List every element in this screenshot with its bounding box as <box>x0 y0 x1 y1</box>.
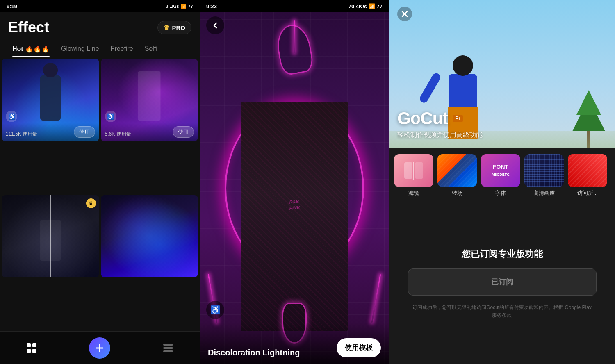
use-btn-1[interactable]: 使用 <box>74 126 95 138</box>
svg-rect-1 <box>32 343 36 347</box>
feature-icons-row: 滤镜 转场 FONTABCDEFG 字体 <box>389 148 615 203</box>
feature-box-quality <box>524 154 564 187</box>
mirror-label: 滤镜 <box>408 189 419 197</box>
crown-icon: ♛ <box>164 24 169 32</box>
battery-1: 77 <box>188 4 193 9</box>
panel-effect: 9:19 3.1K/s 📶 77 Effect ♛ PRO Hot 🔥🔥🔥 Gl… <box>0 0 200 364</box>
subscribed-title: 您已订阅专业版功能 <box>462 248 543 260</box>
font-label: 字体 <box>495 189 506 197</box>
svg-rect-2 <box>27 349 31 353</box>
feature-item-transition[interactable]: 转场 <box>437 154 477 197</box>
status-icons-1: 3.1K/s 📶 77 <box>166 4 193 9</box>
effect-title: Effect <box>8 19 49 36</box>
grid-item-1[interactable]: ♿ 111.5K 使用量 使用 <box>2 59 99 141</box>
panel-preview: 9:23 70.4K/s 📶 77 R&BPINK <box>200 0 389 364</box>
gocut-logo-area: GoCut Pr 轻松制作视频并使用高级功能 <box>397 109 483 139</box>
grid-item-3[interactable]: ♛ <box>2 195 99 277</box>
effect-header: Effect ♛ PRO <box>0 12 200 41</box>
access-icon <box>568 154 607 187</box>
svg-rect-0 <box>27 343 31 347</box>
network-speed-2: 70.4K/s <box>348 3 367 9</box>
back-button[interactable] <box>206 16 224 34</box>
font-icon: FONTABCDEFG <box>481 154 520 187</box>
nav-layers-icon[interactable] <box>162 342 174 354</box>
effects-grid: ♿ 111.5K 使用量 使用 ♿ 5.6K 使用量 使用 <box>0 57 200 331</box>
transition-icon <box>437 154 477 187</box>
quality-label: 高清画质 <box>533 189 555 197</box>
feature-box-font: FONTABCDEFG <box>481 154 520 187</box>
feature-item-font[interactable]: FONTABCDEFG 字体 <box>481 154 520 197</box>
network-speed-1: 3.1K/s <box>166 4 179 9</box>
quality-icon <box>524 154 564 187</box>
gocut-logo-text: GoCut <box>397 109 448 128</box>
preview-person: R&BPINK <box>241 102 348 331</box>
signal-icon-2: 📶 <box>369 3 375 9</box>
grid-item-4[interactable] <box>101 195 198 277</box>
accessibility-icon-1: ♿ <box>6 111 17 122</box>
svg-rect-5 <box>163 347 173 349</box>
tab-glowing[interactable]: Glowing Line <box>55 41 105 57</box>
item-count-2: 5.6K 使用量 <box>105 131 131 138</box>
tabs-row: Hot 🔥🔥🔥 Glowing Line Freefire Selfi <box>0 41 200 57</box>
crown-badge-3: ♛ <box>86 198 96 208</box>
subscribed-description: 订阅成功后，您可以无限制地访问Gocut的所有付费功能和内容。根据 Google… <box>408 304 596 319</box>
use-btn-2[interactable]: 使用 <box>173 126 194 138</box>
svg-rect-6 <box>163 350 173 352</box>
tab-hot[interactable]: Hot 🔥🔥🔥 <box>7 41 55 57</box>
feature-box-transition <box>437 154 477 187</box>
use-template-button[interactable]: 使用模板 <box>337 338 381 357</box>
status-time-1: 9:19 <box>7 3 17 9</box>
subscribed-button[interactable]: 已订阅 <box>408 268 597 296</box>
feature-item-mirror[interactable]: 滤镜 <box>394 154 433 197</box>
status-bar-2: 9:23 70.4K/s 📶 77 <box>200 0 389 12</box>
feature-box-access <box>568 154 607 187</box>
subscribed-section: 您已订阅专业版功能 已订阅 订阅成功后，您可以无限制地访问Gocut的所有付费功… <box>389 203 615 364</box>
preview-image-area: R&BPINK <box>200 12 389 364</box>
feature-item-access[interactable]: 访问所... <box>568 154 607 197</box>
access-label: 访问所... <box>577 189 598 197</box>
status-icons-2: 70.4K/s 📶 77 <box>348 3 383 9</box>
pro-label: PRO <box>172 24 185 31</box>
close-button[interactable] <box>397 7 412 21</box>
signal-icon: 📶 <box>181 4 187 9</box>
font-text: FONTABCDEFG <box>492 164 510 177</box>
tab-selfie[interactable]: Selfi <box>139 41 163 57</box>
svg-rect-3 <box>32 349 36 353</box>
item-count-1: 111.5K 使用量 <box>6 131 37 138</box>
grid-item-2[interactable]: ♿ 5.6K 使用量 使用 <box>101 59 198 141</box>
logo-row: GoCut Pr <box>397 109 483 128</box>
battery-2: 77 <box>377 3 383 9</box>
effect-name-label: Discoloration Lightning <box>208 348 300 357</box>
item-overlay-1: 111.5K 使用量 使用 <box>2 123 99 141</box>
status-time-2: 9:23 <box>206 3 217 9</box>
item-overlay-2: 5.6K 使用量 使用 <box>101 123 198 141</box>
mirror-icon <box>394 154 433 187</box>
logo-go: Go <box>397 109 420 128</box>
pr-badge: Pr <box>453 115 463 122</box>
gocut-subtitle: 轻松制作视频并使用高级功能 <box>397 131 483 139</box>
split-line <box>50 195 51 277</box>
feature-item-quality[interactable]: 高清画质 <box>524 154 564 197</box>
preview-bottom-bar: Discoloration Lightning 使用模板 <box>200 323 389 364</box>
bottom-nav <box>0 331 200 364</box>
transition-label: 转场 <box>452 189 462 197</box>
nav-add-button[interactable] <box>89 337 110 359</box>
logo-cut: Cut <box>420 109 448 128</box>
panel-gocut: GoCut Pr 轻松制作视频并使用高级功能 滤镜 <box>389 0 615 364</box>
pro-badge[interactable]: ♛ PRO <box>157 21 191 34</box>
figure-head <box>453 55 473 76</box>
tab-freefire[interactable]: Freefire <box>105 41 139 57</box>
feature-box-mirror <box>394 154 433 187</box>
status-bar-1: 9:19 3.1K/s 📶 77 <box>0 0 200 12</box>
gocut-hero: GoCut Pr 轻松制作视频并使用高级功能 <box>389 0 615 148</box>
accessibility-btn-preview[interactable]: ♿ <box>206 301 224 319</box>
nav-grid-icon[interactable] <box>26 342 37 354</box>
accessibility-icon-2: ♿ <box>105 111 116 122</box>
svg-rect-4 <box>163 344 173 346</box>
